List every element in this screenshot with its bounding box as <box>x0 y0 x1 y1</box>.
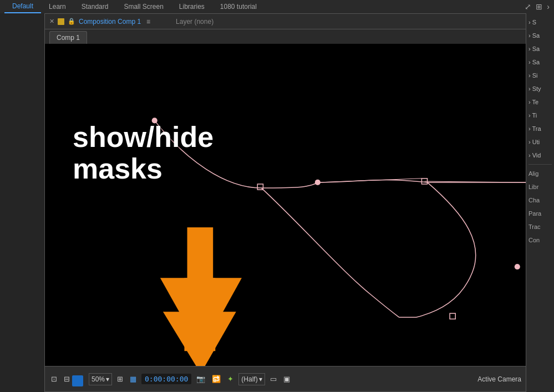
snapshot-icon[interactable]: 📷 <box>195 374 207 384</box>
bottom-blue-indicator <box>72 375 83 386</box>
comp-viewer-icon[interactable]: ⊡ <box>49 374 59 384</box>
right-panel-align[interactable]: Alig <box>526 167 554 180</box>
mask-toggle-icon[interactable]: ▦ <box>128 374 138 384</box>
menu-item-1080[interactable]: 1080 tutorial <box>212 0 265 13</box>
show-hide-text: show/hide masks <box>73 121 214 185</box>
orange-arrow <box>155 227 246 366</box>
right-panel-item-sty[interactable]: › Sty <box>526 82 554 95</box>
comp-title-static: Composition <box>79 18 116 26</box>
left-sidebar <box>0 13 44 392</box>
right-panel-item-vid[interactable]: › Vid <box>526 149 554 162</box>
right-panel: › S › Sa › Sa › Sa › Si › Sty › Te › Ti … <box>526 13 554 392</box>
right-panel-para[interactable]: Para <box>526 207 554 220</box>
comp-close-button[interactable]: ✕ <box>49 18 54 25</box>
right-panel-item-sa3[interactable]: › Sa <box>526 55 554 69</box>
menu-item-small-screen[interactable]: Small Screen <box>116 0 171 13</box>
zoom-select[interactable]: 50% ▾ <box>89 373 112 385</box>
quality-value: (Half) <box>241 375 257 383</box>
fast-preview-icon[interactable]: ▣ <box>282 374 292 384</box>
right-panel-trac[interactable]: Trac <box>526 220 554 233</box>
color-channels-icon[interactable]: ✦ <box>226 374 235 384</box>
menu-right-icons: ⤢ ⊞ › <box>525 2 550 11</box>
mask-endpoint-4 <box>515 264 520 269</box>
show-hide-line1: show/hide <box>73 121 214 153</box>
right-panel-con[interactable]: Con <box>526 233 554 247</box>
quality-dropdown-icon[interactable]: ▾ <box>259 375 262 383</box>
show-snapshot-icon[interactable]: 🔂 <box>210 374 222 384</box>
comp-tab-comp1[interactable]: Comp 1 <box>49 31 87 44</box>
chevron-right-icon[interactable]: › <box>547 2 550 11</box>
right-panel-item-ti[interactable]: › Ti <box>526 109 554 122</box>
comp-title-label: Composition Comp 1 <box>79 18 141 26</box>
comp-menu-icon[interactable]: ≡ <box>146 18 150 26</box>
right-panel-item-te[interactable]: › Te <box>526 95 554 109</box>
right-panel-cha[interactable]: Cha <box>526 194 554 207</box>
right-panel-item-uti[interactable]: › Uti <box>526 135 554 149</box>
comp-canvas[interactable]: show/hide masks <box>45 44 526 366</box>
comp-tabs-bar: Comp 1 <box>45 29 526 44</box>
zoom-dropdown-icon[interactable]: ▾ <box>106 375 109 383</box>
preview-icon[interactable]: ⊟ <box>62 374 72 384</box>
mask-svg <box>45 44 526 366</box>
expand-icon[interactable]: ⤢ <box>525 2 531 11</box>
menu-item-learn[interactable]: Learn <box>41 0 74 13</box>
composition-panel: ✕ 🔒 Composition Comp 1 ≡ Layer (none) Co… <box>44 13 526 392</box>
quality-select[interactable]: (Half) ▾ <box>238 373 265 385</box>
menu-item-default[interactable]: Default <box>4 0 41 13</box>
comp-name-label: Comp 1 <box>118 18 141 26</box>
menu-item-libraries[interactable]: Libraries <box>171 0 212 13</box>
comp-layer-info: Layer (none) <box>176 18 214 26</box>
top-menu-bar: Default Learn Standard Small Screen Libr… <box>0 0 554 13</box>
comp-toolbar: ⊡ ⊟ ⛟ 50% ▾ ⊞ ▦ 0:00:00:00 📷 🔂 ✦ (Half) … <box>45 366 526 391</box>
mask-path-2 <box>399 182 476 317</box>
right-panel-libr[interactable]: Libr <box>526 180 554 194</box>
zoom-value: 50% <box>92 375 105 383</box>
mask-handle-3 <box>450 313 455 319</box>
right-panel-item-si[interactable]: › Si <box>526 69 554 82</box>
grid-icon[interactable]: ⊞ <box>115 374 125 384</box>
right-panel-item-tra[interactable]: › Tra <box>526 122 554 135</box>
right-panel-item-sa2[interactable]: › Sa <box>526 42 554 55</box>
settings-icon[interactable]: ⊞ <box>536 2 542 11</box>
svg-marker-4 <box>163 312 236 366</box>
menu-item-standard[interactable]: Standard <box>74 0 116 13</box>
comp-color-indicator <box>58 18 64 25</box>
comp-tab-bar: ✕ 🔒 Composition Comp 1 ≡ Layer (none) <box>45 14 526 29</box>
active-camera-label: Active Camera <box>477 375 521 383</box>
right-panel-divider-1 <box>528 164 552 165</box>
right-panel-item-s1[interactable]: › S <box>526 16 554 29</box>
right-panel-item-sa1[interactable]: › Sa <box>526 29 554 42</box>
svg-rect-3 <box>187 227 214 312</box>
timecode-display[interactable]: 0:00:00:00 <box>141 374 191 384</box>
show-hide-line2: masks <box>73 153 214 185</box>
mask-path-3 <box>261 188 399 317</box>
comp-lock-icon[interactable]: 🔒 <box>68 18 75 25</box>
pixel-aspect-icon[interactable]: ▭ <box>268 374 278 384</box>
